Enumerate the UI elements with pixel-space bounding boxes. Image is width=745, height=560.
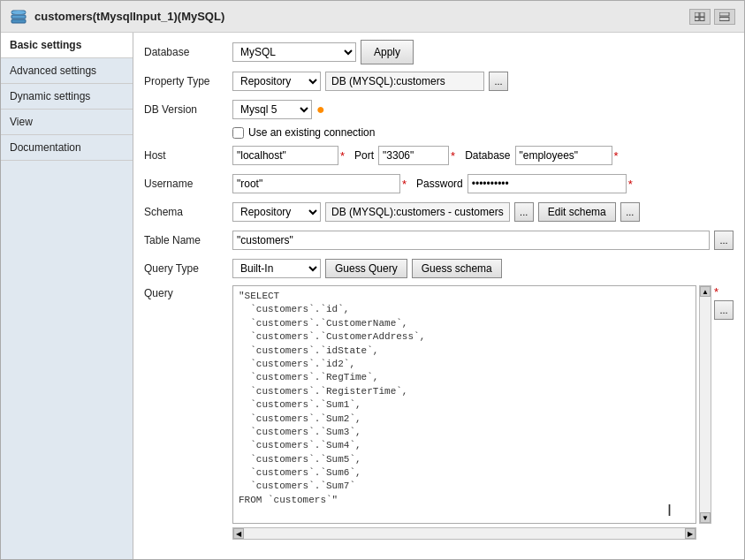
sidebar: Basic settings Advanced settings Dynamic… xyxy=(1,33,133,559)
db-version-label: DB Version xyxy=(144,103,232,116)
title-bar-buttons xyxy=(689,9,735,25)
title-bar: customers(tMysqlInput_1)(MySQL) xyxy=(1,1,744,33)
db-version-group: Mysql 5 ● xyxy=(232,100,325,119)
svg-rect-8 xyxy=(719,12,729,16)
query-required: * xyxy=(714,285,734,299)
schema-label: Schema xyxy=(144,206,232,218)
username-label: Username xyxy=(144,178,232,190)
port-required: * xyxy=(451,149,455,163)
table-name-controls: ... xyxy=(232,231,734,250)
host-row: Host * Port * Database * xyxy=(144,144,734,167)
query-side-buttons: * ... xyxy=(714,285,734,320)
scroll-h-track xyxy=(244,528,685,539)
svg-rect-9 xyxy=(719,17,729,20)
username-required: * xyxy=(402,178,407,191)
database-controls: MySQL Apply xyxy=(232,40,734,64)
query-more-btn[interactable]: ... xyxy=(714,300,734,320)
port-input[interactable] xyxy=(378,146,449,165)
sidebar-item-basic-settings[interactable]: Basic settings xyxy=(1,33,133,58)
form-area: Database MySQL Apply Property Type Repos… xyxy=(133,33,744,559)
sidebar-item-documentation[interactable]: Documentation xyxy=(1,135,133,161)
username-controls: * Password * xyxy=(232,174,734,193)
host-controls: * Port * Database * xyxy=(232,146,734,165)
edit-schema-button[interactable]: Edit schema xyxy=(538,202,616,222)
property-type-row: Property Type Repository DB (MYSQL):cust… xyxy=(144,70,734,93)
apply-button[interactable]: Apply xyxy=(361,40,414,64)
property-type-label: Property Type xyxy=(144,75,232,87)
query-type-select[interactable]: Built-In xyxy=(232,259,321,278)
db-version-indicator: ● xyxy=(316,102,325,117)
sidebar-item-advanced-settings[interactable]: Advanced settings xyxy=(1,58,133,84)
guess-query-button[interactable]: Guess Query xyxy=(325,259,407,278)
query-row: Query "SELECT `customers`.`id`, `custome… xyxy=(144,285,734,540)
guess-schema-button[interactable]: Guess schema xyxy=(412,259,502,278)
table-name-label: Table Name xyxy=(144,234,232,246)
db-version-select[interactable]: Mysql 5 xyxy=(232,100,312,119)
schema-db-display: DB (MYSQL):customers - customers xyxy=(325,202,510,222)
property-type-controls: Repository DB (MYSQL):customers ... xyxy=(232,72,734,91)
password-required: * xyxy=(628,178,633,191)
use-existing-row: Use an existing connection xyxy=(232,126,734,139)
svg-point-3 xyxy=(11,11,26,14)
scroll-up-arrow[interactable]: ▲ xyxy=(700,286,711,297)
host-label: Host xyxy=(144,149,232,162)
property-type-select[interactable]: Repository xyxy=(232,72,321,91)
schema-row: Schema Repository DB (MYSQL):customers -… xyxy=(144,201,734,223)
property-type-more-btn[interactable]: ... xyxy=(489,72,508,91)
svg-rect-4 xyxy=(695,12,699,17)
port-label: Port xyxy=(354,149,374,162)
password-input[interactable] xyxy=(468,174,627,193)
schema-extra-btn[interactable]: ... xyxy=(620,202,640,222)
username-row: Username * Password * xyxy=(144,172,734,195)
database-required: * xyxy=(614,149,619,163)
tile-button-1[interactable] xyxy=(689,9,711,25)
scroll-v-track xyxy=(700,297,711,512)
use-existing-label: Use an existing connection xyxy=(248,126,375,139)
sidebar-item-view[interactable]: View xyxy=(1,110,133,135)
svg-rect-7 xyxy=(700,17,704,20)
schema-more-btn[interactable]: ... xyxy=(514,202,534,222)
svg-rect-1 xyxy=(11,15,26,19)
svg-rect-2 xyxy=(11,19,26,23)
database-icon xyxy=(10,8,27,26)
svg-rect-6 xyxy=(695,17,699,20)
main-window: customers(tMysqlInput_1)(MySQL) Basic se… xyxy=(0,0,745,560)
query-label: Query xyxy=(144,285,232,299)
tile-button-2[interactable] xyxy=(714,9,735,25)
horizontal-scrollbar[interactable]: ◀ ▶ xyxy=(232,527,696,540)
db-mysql-display: DB (MYSQL):customers xyxy=(325,72,484,91)
database-inline-label: Database xyxy=(465,149,510,162)
database-field-input[interactable] xyxy=(515,146,612,165)
scroll-right-arrow[interactable]: ▶ xyxy=(685,528,696,539)
query-type-label: Query Type xyxy=(144,262,232,275)
title-bar-left: customers(tMysqlInput_1)(MySQL) xyxy=(10,8,224,26)
query-type-row: Query Type Built-In Guess Query Guess sc… xyxy=(144,257,734,280)
scroll-down-arrow[interactable]: ▼ xyxy=(700,512,711,523)
host-input[interactable] xyxy=(232,146,338,165)
table-name-more-btn[interactable]: ... xyxy=(714,231,734,250)
query-inner: "SELECT `customers`.`id`, `customers`.`C… xyxy=(232,285,696,540)
db-version-controls: Mysql 5 ● xyxy=(232,100,734,119)
database-label: Database xyxy=(144,46,232,58)
db-version-row: DB Version Mysql 5 ● xyxy=(144,98,734,121)
query-textarea[interactable]: "SELECT `customers`.`id`, `customers`.`C… xyxy=(232,285,696,524)
username-input[interactable] xyxy=(232,174,400,193)
window-title: customers(tMysqlInput_1)(MySQL) xyxy=(34,10,224,23)
table-name-input[interactable] xyxy=(232,231,710,250)
svg-rect-5 xyxy=(700,12,704,17)
schema-controls: Repository DB (MYSQL):customers - custom… xyxy=(232,202,734,222)
database-select[interactable]: MySQL xyxy=(232,42,356,62)
use-existing-checkbox[interactable] xyxy=(232,127,244,139)
password-label: Password xyxy=(416,178,463,190)
sidebar-item-dynamic-settings[interactable]: Dynamic settings xyxy=(1,84,133,110)
vertical-scrollbar[interactable]: ▲ ▼ xyxy=(699,285,711,524)
query-type-controls: Built-In Guess Query Guess schema xyxy=(232,259,734,278)
host-required: * xyxy=(340,149,345,163)
main-content: Basic settings Advanced settings Dynamic… xyxy=(1,33,744,559)
scroll-left-arrow[interactable]: ◀ xyxy=(233,528,244,539)
schema-select[interactable]: Repository xyxy=(232,202,321,222)
table-name-row: Table Name ... xyxy=(144,229,734,252)
query-container: "SELECT `customers`.`id`, `customers`.`C… xyxy=(232,285,734,540)
database-row: Database MySQL Apply xyxy=(144,40,734,64)
